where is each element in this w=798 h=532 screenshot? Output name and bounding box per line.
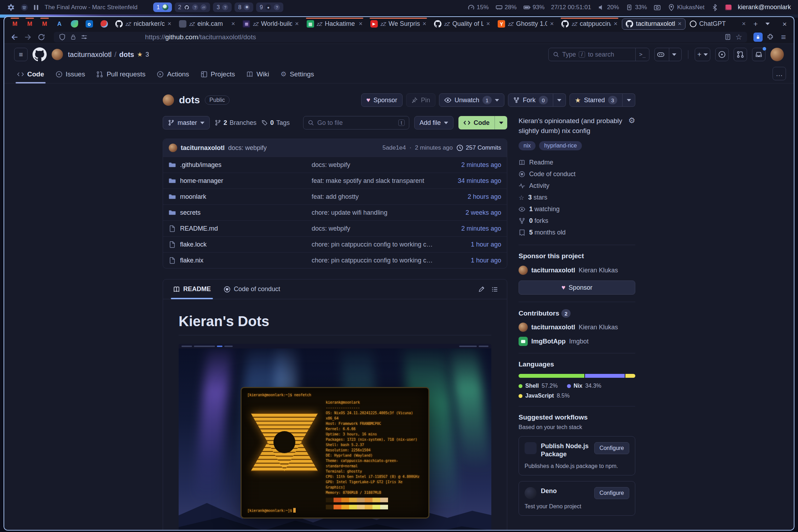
- owner-avatar[interactable]: [52, 49, 63, 60]
- commit-author[interactable]: taciturnaxolotl: [181, 144, 225, 152]
- file-name[interactable]: README.md: [180, 225, 218, 232]
- file-commit-message[interactable]: feat: add ghostty: [312, 193, 441, 201]
- reload-button[interactable]: [35, 32, 47, 42]
- watching-link[interactable]: 1 watching: [519, 204, 635, 214]
- tab-projects[interactable]: Projects: [196, 70, 240, 83]
- workspace-8[interactable]: 8 ✱: [235, 2, 253, 12]
- user-avatar[interactable]: [770, 48, 784, 61]
- nav-overflow-button[interactable]: …: [773, 67, 786, 80]
- configure-button[interactable]: Configure: [594, 442, 629, 454]
- configure-button[interactable]: Configure: [594, 487, 629, 499]
- file-commit-message[interactable]: chore: pin catppuccin config to working …: [312, 257, 441, 264]
- file-name[interactable]: secrets: [180, 209, 201, 216]
- code-dropdown[interactable]: [495, 116, 507, 129]
- language-javascript[interactable]: JavaScript 8.5%: [519, 393, 569, 399]
- breadcrumb-owner[interactable]: taciturnaxolotl: [68, 51, 111, 59]
- tab-hackatime[interactable]: ▦ zZ Hackatime U ×: [303, 18, 366, 30]
- repo-avatar[interactable]: [163, 94, 174, 106]
- breadcrumb-repo[interactable]: dots: [119, 51, 134, 59]
- file-commit-time[interactable]: 2 minutes ago: [441, 225, 501, 232]
- file-row[interactable]: secrets chore: update wifi handling 2 we…: [163, 204, 507, 220]
- close-tab-icon[interactable]: ×: [550, 20, 554, 28]
- tab-settings[interactable]: ⚙ Settings: [276, 70, 319, 83]
- file-commit-message[interactable]: docs: webpify: [312, 225, 441, 232]
- file-commit-time[interactable]: 2 hours ago: [441, 193, 501, 201]
- pinned-tab-outlook[interactable]: o: [82, 18, 96, 30]
- file-commit-time[interactable]: 2 minutes ago: [441, 161, 501, 169]
- readme-tab[interactable]: README: [167, 279, 217, 299]
- lock-icon[interactable]: [70, 34, 76, 41]
- file-name[interactable]: home-manager: [180, 177, 223, 185]
- edit-pencil-icon[interactable]: [478, 286, 485, 293]
- file-commit-time[interactable]: 2 weeks ago: [441, 209, 501, 216]
- close-tab-icon[interactable]: ×: [486, 20, 490, 28]
- close-tab-icon[interactable]: ×: [678, 20, 682, 28]
- issues-button[interactable]: [715, 48, 729, 61]
- tab-quality-of-life[interactable]: zZ Quality of Lif ×: [430, 18, 493, 30]
- activity-link[interactable]: Activity: [519, 181, 635, 191]
- tab-youtube[interactable]: ▶ zZ We Surprised ×: [367, 18, 430, 30]
- file-commit-time[interactable]: 34 minutes ago: [441, 177, 501, 185]
- close-tab-icon[interactable]: ×: [359, 20, 363, 28]
- file-commit-message[interactable]: feat: make spotify and slack transparent: [312, 177, 441, 185]
- new-tab-button[interactable]: +: [750, 19, 761, 29]
- permissions-icon[interactable]: [81, 34, 88, 41]
- close-tab-icon[interactable]: ×: [231, 20, 235, 28]
- workspace-3[interactable]: 3 ?: [213, 2, 232, 12]
- tab-issues[interactable]: Issues: [51, 70, 90, 83]
- pinned-tab-gmail[interactable]: M: [37, 18, 52, 30]
- extensions-icon[interactable]: [764, 32, 776, 42]
- go-to-file-input[interactable]: Go to file t: [303, 116, 409, 129]
- pin-button[interactable]: Pin: [406, 93, 435, 107]
- copilot-dropdown[interactable]: [669, 48, 679, 61]
- url-bar[interactable]: https://github.com/taciturnaxolotl/dots …: [54, 32, 747, 42]
- pull-requests-button[interactable]: [734, 48, 747, 61]
- commit-sha[interactable]: 5ade1e4: [382, 144, 406, 151]
- fork-button[interactable]: Fork 0: [508, 93, 553, 107]
- list-tabs-button[interactable]: [762, 19, 773, 29]
- file-name[interactable]: .github/images: [180, 161, 221, 169]
- reader-mode-icon[interactable]: [724, 34, 731, 40]
- file-row[interactable]: README.md docs: webpify 2 minutes ago: [163, 220, 507, 236]
- close-tab-icon[interactable]: ×: [168, 20, 172, 28]
- fork-dropdown[interactable]: [553, 93, 566, 107]
- file-row[interactable]: moonlark feat: add ghostty 2 hours ago: [163, 189, 507, 204]
- tab-actions[interactable]: Actions: [152, 70, 194, 83]
- tab-hackernews-ghostty[interactable]: Y zZ Ghostty 1.0 | ×: [494, 18, 557, 30]
- sponsor-avatar[interactable]: [519, 266, 528, 275]
- github-logo[interactable]: [33, 47, 47, 62]
- close-tab-icon[interactable]: ×: [423, 20, 427, 28]
- star-dropdown[interactable]: [623, 93, 635, 107]
- commit-message[interactable]: docs: webpify: [228, 144, 267, 152]
- outline-list-icon[interactable]: [491, 286, 498, 293]
- commit-author-avatar[interactable]: [169, 144, 177, 152]
- language-nix[interactable]: Nix 34.3%: [567, 383, 601, 389]
- code-of-conduct-tab[interactable]: Code of conduct: [217, 279, 287, 299]
- watch-button[interactable]: Unwatch 1: [439, 93, 504, 107]
- file-commit-message[interactable]: docs: webpify: [312, 161, 441, 169]
- code-of-conduct-link[interactable]: Code of conduct: [519, 169, 635, 179]
- file-row[interactable]: flake.lock chore: pin catppuccin config …: [163, 236, 507, 252]
- sponsor-project-button[interactable]: ♥ Sponsor: [519, 281, 635, 295]
- tab-nicbarker-clay[interactable]: zZ nicbarker/cla ×: [112, 18, 175, 30]
- inbox-button[interactable]: [752, 48, 765, 61]
- file-commit-message[interactable]: chore: update wifi handling: [312, 209, 441, 216]
- language-shell[interactable]: Shell 57.2%: [519, 383, 558, 389]
- bookmark-star-icon[interactable]: ☆: [735, 33, 742, 41]
- file-name[interactable]: moonlark: [180, 193, 206, 201]
- tab-world-building[interactable]: ▦ zZ World-buildin ×: [239, 18, 302, 30]
- create-new-button[interactable]: +: [695, 48, 710, 61]
- pinned-tab-a[interactable]: A: [52, 18, 66, 30]
- sponsor-user[interactable]: taciturnaxolotl: [531, 267, 575, 274]
- menu-button[interactable]: ≡: [777, 32, 790, 42]
- pinned-tab-red[interactable]: [97, 18, 111, 30]
- command-palette-button[interactable]: >_: [635, 48, 649, 61]
- tab-code[interactable]: Code: [12, 70, 49, 83]
- tracking-shield-icon[interactable]: [59, 34, 66, 41]
- copilot-button[interactable]: [654, 48, 682, 61]
- bluetooth-icon[interactable]: [711, 4, 719, 11]
- topic-nix[interactable]: nix: [519, 141, 536, 150]
- password-manager-icon[interactable]: [753, 33, 763, 42]
- file-commit-time[interactable]: 1 hour ago: [441, 257, 501, 264]
- pinned-tab-gmail[interactable]: M: [8, 18, 22, 30]
